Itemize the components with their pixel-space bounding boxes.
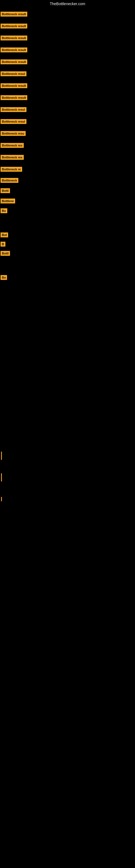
list-item: B [0, 240, 135, 249]
bottleneck-label-20: B [1, 242, 5, 247]
bottleneck-label-8: Bottleneck result [1, 95, 27, 100]
bottleneck-label-10: Bottleneck resul [1, 119, 27, 124]
list-item: Bottl [0, 249, 135, 258]
list-item: Bottleneck res [0, 151, 135, 163]
indicator-row-1 [0, 445, 135, 467]
bottleneck-label-3: Bottleneck result [1, 35, 27, 40]
bottleneck-label-9: Bottleneck resul [1, 107, 27, 112]
list-item: Bottleneck result [0, 44, 135, 56]
bottleneck-label-19: Bot [1, 232, 8, 237]
list-item: Bottleneck result [0, 32, 135, 44]
vertical-indicator-3 [1, 497, 2, 501]
list-item: Bottleneck res [0, 140, 135, 151]
indicator-row-2 [0, 467, 135, 488]
list-item: Bot [0, 230, 135, 240]
list-item: Bottleneck result [0, 20, 135, 32]
bottleneck-label-11: Bottleneck resu [1, 131, 26, 136]
spacer-1 [0, 215, 135, 230]
list-item: Bottleneck result [0, 92, 135, 104]
list-item: Bo [0, 206, 135, 215]
bottleneck-label-12: Bottleneck res [1, 143, 24, 148]
site-title-text: TheBottlenecker.com [50, 2, 85, 6]
bottleneck-label-1: Bottleneck result [1, 12, 27, 17]
bottleneck-label-13: Bottleneck res [1, 155, 24, 160]
list-item: Bottleneck result [0, 56, 135, 68]
bottleneck-label-16: Bottl [1, 188, 10, 193]
list-item: Bottlene [0, 196, 135, 206]
list-item: Bottleneck re [0, 163, 135, 175]
bottleneck-label-2: Bottleneck result [1, 24, 27, 29]
bottleneck-label-22: Bo [1, 275, 7, 280]
bottleneck-label-4: Bottleneck result [1, 48, 27, 52]
site-title: TheBottlenecker.com [0, 0, 135, 8]
vertical-indicator-2 [1, 473, 2, 482]
indicator-row-3 [0, 488, 135, 510]
list-item: Bottleneck result [0, 80, 135, 92]
list-item: Bottleneck resu [0, 127, 135, 140]
bottleneck-label-7: Bottleneck result [1, 83, 27, 88]
spacer-2 [0, 258, 135, 273]
bottleneck-label-21: Bottl [1, 251, 10, 256]
bottleneck-label-6: Bottleneck resul [1, 71, 27, 76]
list-item: Bottleneck resul [0, 104, 135, 116]
list-item: Bottleneck result [0, 8, 135, 20]
list-item: Bottleneck [0, 175, 135, 186]
list-item: Bottl [0, 186, 135, 196]
bottleneck-label-17: Bottlene [1, 198, 15, 204]
list-item: Bo [0, 273, 135, 282]
bottleneck-label-14: Bottleneck re [1, 167, 22, 172]
spacer-large [0, 282, 135, 445]
list-item: Bottleneck resul [0, 116, 135, 127]
bottleneck-label-15: Bottleneck [1, 178, 18, 183]
bottleneck-label-18: Bo [1, 208, 7, 213]
vertical-indicator-1 [1, 452, 2, 460]
spacer-final [0, 510, 135, 564]
list-item: Bottleneck resul [0, 68, 135, 80]
bottleneck-label-5: Bottleneck result [1, 59, 27, 64]
